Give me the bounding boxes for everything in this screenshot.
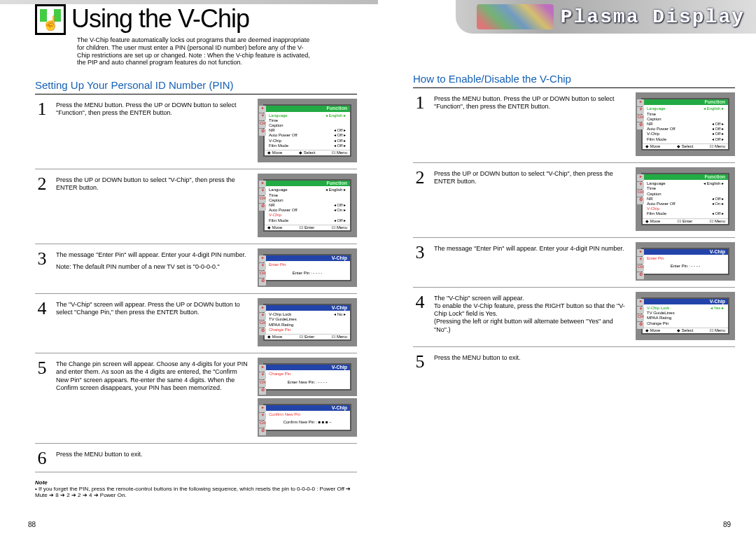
section-heading-left: Setting Up Your Personal ID Number (PIN) [35, 79, 357, 94]
step-row: 1 Press the MENU button. Press the UP or… [413, 91, 735, 163]
osd-screenshot: ▸✦CH⚙ Function Language◂ English ▸ Time … [636, 92, 735, 158]
page-title: Using the V-Chip [71, 4, 249, 34]
left-page: ☝ Using the V-Chip The V-Chip feature au… [35, 4, 357, 498]
osd-screenshot: ▸✦CH⚙ V-Chip V-Chip Lock◂ No ▸ TV GuideL… [258, 298, 357, 349]
step-text: Press the MENU button to exit. [56, 448, 251, 468]
banner-art [477, 4, 554, 29]
step-number: 3 [35, 248, 49, 289]
step-row: 5 The Change pin screen will appear. Cho… [35, 356, 357, 444]
page-number-right: 89 [723, 521, 731, 528]
osd-screenshot: ▸✦CH⚙ Function Language◂ English ▸ Time … [636, 167, 735, 233]
step-row: 4 The "V-Chip" screen will appear. To en… [413, 290, 735, 347]
step-row: 6 Press the MENU button to exit. [35, 447, 357, 472]
section-heading-right: How to Enable/Disable the V-Chip [413, 73, 735, 88]
step-row: 5 Press the MENU button to exit. [413, 350, 735, 375]
osd-screenshot: ▸✦CH⚙ V-Chip Change Pin Enter New Pin : … [258, 358, 357, 439]
step-number: 2 [35, 174, 49, 239]
step-text: Press the UP or DOWN button to select "V… [56, 174, 251, 239]
step-number: 4 [35, 298, 49, 349]
osd-screenshot: ▸✦CH⚙ Function Language◂ English ▸ Time … [258, 174, 357, 239]
page-spread: ☝ Using the V-Chip The V-Chip feature au… [0, 0, 756, 498]
step-number: 1 [35, 99, 49, 164]
footnote: Note • If you forget the PIN, press the … [35, 479, 357, 498]
touch-icon: ☝ [35, 4, 66, 35]
step-row: 1 Press the MENU button. Press the UP or… [35, 97, 357, 169]
step-text: The Change pin screen will appear. Choos… [56, 358, 251, 439]
intro-text: The V-Chip feature automatically locks o… [77, 36, 315, 66]
banner-title: Plasma Display [561, 6, 745, 28]
banner: Plasma Display [456, 0, 756, 34]
osd-screenshot: ▸✦CH⚙ V-Chip V-Chip Lock◂ Yes ▸ TV Guide… [636, 292, 735, 342]
step-text: The "V-Chip" screen will appear. Press t… [56, 298, 251, 349]
step-text: Press the MENU button. Press the UP or D… [56, 99, 251, 164]
step-row: 3 The message "Enter Pin" will appear. E… [413, 241, 735, 288]
step-row: 2 Press the UP or DOWN button to select … [35, 172, 357, 244]
step-text: The message "Enter Pin" will appear. Ent… [56, 248, 251, 289]
osd-screenshot: ▸✦CH⚙ V-Chip Enter Pin Enter Pin : - - -… [636, 242, 735, 283]
step-row: 3 The message "Enter Pin" will appear. E… [35, 247, 357, 294]
step-row: 2 Press the UP or DOWN button to select … [413, 166, 735, 238]
step-number: 6 [35, 448, 49, 468]
page-number-left: 88 [28, 521, 36, 528]
title-row: ☝ Using the V-Chip [35, 4, 357, 35]
step-number: 5 [35, 358, 49, 439]
step-row: 4 The "V-Chip" screen will appear. Press… [35, 297, 357, 353]
right-page: How to Enable/Disable the V-Chip 1 Press… [413, 4, 735, 498]
osd-screenshot: ▸✦CH⚙ Function Language◂ English ▸ Time … [258, 99, 357, 164]
osd-screenshot: ▸✦CH⚙ V-Chip Enter Pin Enter Pin : - - -… [258, 248, 357, 289]
